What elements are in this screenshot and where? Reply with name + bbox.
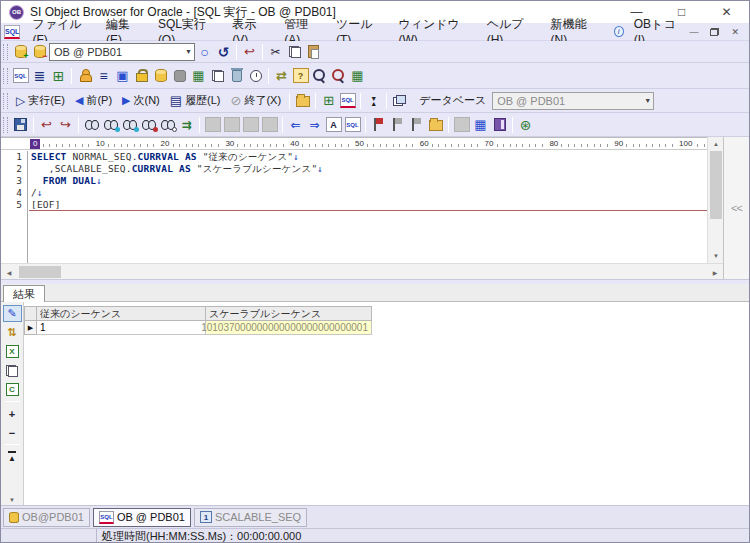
cell-normal-seq[interactable]: 1 (37, 321, 206, 335)
sort-button[interactable]: ⇅ (3, 324, 22, 341)
history-button[interactable]: ▤ 履歴(L) (165, 91, 226, 110)
outdent-button[interactable]: ⇐ (286, 115, 305, 134)
toolbar-gripper[interactable] (3, 68, 8, 84)
paste-button[interactable] (304, 42, 323, 61)
fetch-all-button[interactable]: ▲ (3, 448, 22, 465)
object-list-button[interactable]: ⊞ (49, 66, 68, 85)
table-sync-icon: ▦ (351, 68, 363, 83)
find-prev-button[interactable] (120, 115, 139, 134)
more-buttons-button[interactable]: ▼ (9, 497, 15, 503)
tablespace-button[interactable]: ≡ (94, 66, 113, 85)
end-button[interactable]: ⊘ 終了(X) (226, 91, 287, 110)
grid-corner-cell[interactable] (24, 306, 37, 321)
database-combobox[interactable]: OB @ PDB01 ▼ (492, 92, 654, 110)
mdi-close-button[interactable]: ✕ (731, 27, 739, 37)
edit-mode-button[interactable]: ✎ (3, 305, 22, 322)
bookmark-button[interactable] (369, 115, 388, 134)
table-output-button[interactable]: ⊞ (319, 91, 338, 110)
copy-button[interactable] (285, 42, 304, 61)
case-convert-button[interactable]: A (324, 115, 343, 134)
grid-view-button[interactable]: ▦ (471, 115, 490, 134)
scroll-down-button[interactable]: ▼ (708, 249, 724, 263)
session-combobox[interactable]: OB @ PDB01 ▼ (49, 43, 195, 61)
csv-export-button[interactable]: C (3, 381, 22, 398)
scheduler-button[interactable] (246, 66, 265, 85)
open-file-button[interactable] (293, 91, 312, 110)
resource-button[interactable] (170, 66, 189, 85)
goto-line-button[interactable]: ⇉ (177, 115, 196, 134)
toolbar-gripper[interactable] (3, 93, 8, 109)
help-button[interactable]: ? (291, 66, 310, 85)
column-header-normal-seq[interactable]: 従来のシーケンス (37, 306, 206, 321)
tab-results[interactable]: 結果 (3, 285, 45, 302)
commit-button[interactable]: ○ (195, 42, 214, 61)
recyclebin-button[interactable] (227, 66, 246, 85)
delete-row-button[interactable]: − (3, 424, 22, 441)
copy-result-button[interactable] (3, 362, 22, 379)
replace-button[interactable] (139, 115, 158, 134)
sql-add-button[interactable]: SQL (338, 91, 357, 110)
file-history-button[interactable] (426, 115, 445, 134)
add-row-button[interactable]: + (3, 405, 22, 422)
script-button[interactable]: ≣ (30, 66, 49, 85)
window-layout-button[interactable] (390, 91, 409, 110)
session-monitor-button[interactable]: ▣ (113, 66, 132, 85)
toolbar-gripper[interactable] (3, 117, 8, 133)
options-button[interactable]: ⊛ (516, 115, 535, 134)
find-history-button[interactable] (158, 115, 177, 134)
gutter: 12345 (1, 151, 28, 263)
sql-format-button[interactable]: SQL (343, 115, 362, 134)
code-line: FROM DUAL↓ (29, 175, 707, 187)
sql-search-button[interactable] (310, 66, 329, 85)
object-copy-button[interactable] (208, 66, 227, 85)
save-button[interactable] (11, 115, 30, 134)
sql-window-button[interactable]: SQL (11, 66, 30, 85)
edit-redo-button[interactable]: ↪ (56, 115, 75, 134)
scroll-up-button[interactable]: ▲ (708, 137, 724, 151)
manual-button[interactable] (490, 115, 509, 134)
toolbar-gripper[interactable] (3, 44, 8, 60)
cut-button[interactable]: ✂ (266, 42, 285, 61)
connect-button[interactable]: + (11, 42, 30, 61)
results-zone: 結果 ✎ ⇅ X C + − ▲ ▼ 従来のシーケンス スケーラブルシーケン (1, 284, 749, 505)
next-button[interactable]: ▶ 次(N) (117, 91, 165, 110)
mdi-window-icon[interactable]: SQL (4, 25, 20, 39)
column-header-scalable-seq[interactable]: スケーラブルシーケンス (206, 306, 372, 321)
sql-editor[interactable]: SELECT NORMAL_SEQ.CURRVAL AS "従来のシーケンス"↓… (29, 151, 707, 263)
disconnect-button[interactable]: − (30, 42, 49, 61)
taskbar-scalable-seq-button[interactable]: 1 SCALABLE_SEQ (194, 508, 307, 527)
horizontal-scroll-thumb[interactable] (19, 266, 61, 278)
role-manager-button[interactable] (132, 66, 151, 85)
undo-button[interactable]: ↩ (240, 42, 259, 61)
table-sync-button[interactable]: ▦ (348, 66, 367, 85)
scroll-right-button[interactable]: ▶ (707, 264, 723, 280)
row-marker[interactable]: ▶ (24, 321, 37, 335)
disabled-icon (243, 117, 259, 132)
mdi-minimize-button[interactable]: — (689, 27, 698, 37)
user-manager-button[interactable] (75, 66, 94, 85)
memory-button[interactable]: ▦ (189, 66, 208, 85)
explain-plan-button[interactable]: ▼▲ (364, 91, 383, 110)
cell-scalable-seq[interactable]: 101037000000000000000000000001 (206, 321, 372, 335)
find-next-button[interactable] (101, 115, 120, 134)
editor-vertical-scrollbar[interactable]: ▲ ▼ (707, 137, 723, 263)
rollback-button[interactable]: ↺ (214, 42, 233, 61)
editor-horizontal-scrollbar[interactable]: ◀ ▶ (1, 263, 723, 279)
excel-export-button[interactable]: X (3, 343, 22, 360)
switch-user-button[interactable]: ⇄ (272, 66, 291, 85)
edit-undo-button[interactable]: ↩ (37, 115, 56, 134)
run-label: 実行(E) (28, 93, 65, 108)
mdi-restore-button[interactable] (710, 28, 719, 36)
side-panel-collapse-button[interactable]: << (723, 137, 749, 279)
object-search-button[interactable] (329, 66, 348, 85)
close-button[interactable]: ✕ (704, 1, 749, 23)
indent-button[interactable]: ⇒ (305, 115, 324, 134)
vertical-scroll-thumb[interactable] (710, 151, 722, 219)
prev-button[interactable]: ◀ 前(P) (70, 91, 117, 110)
taskbar-object-browser-button[interactable]: OB@PDB01 (3, 508, 90, 527)
profile-button[interactable] (151, 66, 170, 85)
run-button[interactable]: ▷ 実行(E) (11, 91, 70, 110)
taskbar-sql-exec-button[interactable]: SQL OB @ PDB01 (93, 508, 191, 527)
find-button[interactable] (82, 115, 101, 134)
scroll-left-button[interactable]: ◀ (1, 264, 17, 280)
